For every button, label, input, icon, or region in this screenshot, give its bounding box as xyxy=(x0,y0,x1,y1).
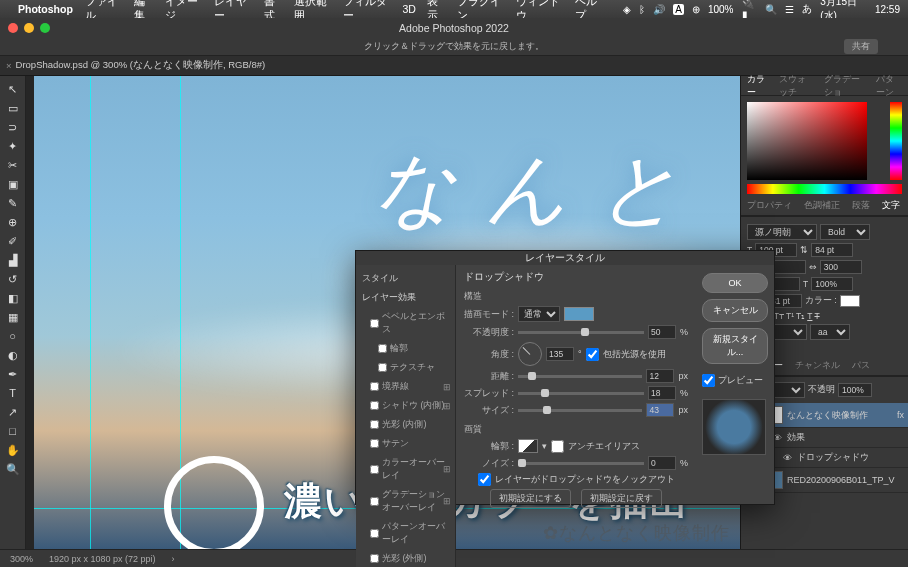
marquee-tool-icon[interactable]: ▭ xyxy=(3,99,23,117)
new-style-button[interactable]: 新規スタイル... xyxy=(702,328,768,364)
move-tool-icon[interactable]: ↖ xyxy=(3,80,23,98)
hue-strip-bottom[interactable] xyxy=(747,184,902,194)
plus-icon[interactable]: ⊞ xyxy=(443,496,451,506)
text-color-swatch[interactable] xyxy=(840,295,860,307)
smallcaps-button[interactable]: Tᴛ xyxy=(774,311,784,321)
effect-境界線[interactable]: 境界線⊞ xyxy=(356,377,455,396)
close-window-icon[interactable] xyxy=(8,23,18,33)
guide-vertical[interactable] xyxy=(90,76,91,549)
effect-checkbox[interactable] xyxy=(370,382,379,391)
path-tool-icon[interactable]: ↗ xyxy=(3,403,23,421)
subscript-button[interactable]: T₁ xyxy=(796,311,805,321)
reset-default-button[interactable]: 初期設定に戻す xyxy=(581,489,662,508)
distance-input[interactable] xyxy=(646,369,674,383)
global-light-checkbox[interactable] xyxy=(586,348,599,361)
maximize-window-icon[interactable] xyxy=(40,23,50,33)
effect-シャドウ (内側)[interactable]: シャドウ (内側)⊞ xyxy=(356,396,455,415)
effect-サテン[interactable]: サテン xyxy=(356,434,455,453)
shape-tool-icon[interactable]: □ xyxy=(3,422,23,440)
ok-button[interactable]: OK xyxy=(702,273,768,293)
wand-tool-icon[interactable]: ✦ xyxy=(3,137,23,155)
control-center-icon[interactable]: ☰ xyxy=(785,4,794,15)
aa-select[interactable]: aa xyxy=(810,324,850,340)
underline-button[interactable]: T xyxy=(807,311,812,321)
lasso-tool-icon[interactable]: ⊃ xyxy=(3,118,23,136)
tab-close-icon[interactable]: × xyxy=(6,60,12,71)
size-input[interactable] xyxy=(646,403,674,417)
eraser-tool-icon[interactable]: ◧ xyxy=(3,289,23,307)
battery-icon[interactable]: 🔌▮ xyxy=(742,0,758,20)
effect-checkbox[interactable] xyxy=(378,344,387,353)
effect-光彩 (内側)[interactable]: 光彩 (内側) xyxy=(356,415,455,434)
ime-lang[interactable]: あ xyxy=(802,2,812,16)
tab-paragraph[interactable]: 段落 xyxy=(846,199,876,212)
status-icon[interactable]: ◈ xyxy=(623,4,631,15)
make-default-button[interactable]: 初期設定にする xyxy=(490,489,571,508)
effect-パターンオーバーレイ[interactable]: パターンオーバーレイ xyxy=(356,517,455,549)
opacity-input[interactable] xyxy=(648,325,676,339)
type-tool-icon[interactable]: T xyxy=(3,384,23,402)
noise-slider[interactable] xyxy=(518,462,644,465)
minimize-window-icon[interactable] xyxy=(24,23,34,33)
share-button[interactable]: 共有 xyxy=(844,39,878,54)
dodge-tool-icon[interactable]: ◐ xyxy=(3,346,23,364)
effect-checkbox[interactable] xyxy=(370,439,379,448)
noise-input[interactable] xyxy=(648,456,676,470)
plus-icon[interactable]: ⊞ xyxy=(443,464,451,474)
effect-checkbox[interactable] xyxy=(370,420,379,429)
hue-strip[interactable] xyxy=(890,102,902,180)
visibility-icon[interactable]: 👁 xyxy=(781,453,793,463)
tab-character[interactable]: 文字 xyxy=(876,199,906,212)
effect-checkbox[interactable] xyxy=(370,529,379,538)
superscript-button[interactable]: T¹ xyxy=(786,311,794,321)
effect-輪郭[interactable]: 輪郭 xyxy=(356,339,455,358)
document-tab[interactable]: DropShadow.psd @ 300% (なんとなく映像制作, RGB/8#… xyxy=(16,59,266,72)
color-field[interactable] xyxy=(747,102,867,180)
traffic-lights[interactable] xyxy=(8,23,50,33)
shadow-color-swatch[interactable] xyxy=(564,307,594,321)
tab-paths[interactable]: パス xyxy=(846,359,876,372)
spread-slider[interactable] xyxy=(518,392,644,395)
pen-tool-icon[interactable]: ✒ xyxy=(3,365,23,383)
effect-光彩 (外側)[interactable]: 光彩 (外側) xyxy=(356,549,455,567)
menu-3d[interactable]: 3D xyxy=(402,3,415,15)
knockout-checkbox[interactable] xyxy=(478,473,491,486)
hscale-input[interactable] xyxy=(811,277,853,291)
menubar-time[interactable]: 12:59 xyxy=(875,4,900,15)
effect-checkbox[interactable] xyxy=(378,363,387,372)
zoom-tool-icon[interactable]: 🔍 xyxy=(3,460,23,478)
healing-tool-icon[interactable]: ⊕ xyxy=(3,213,23,231)
strike-button[interactable]: T xyxy=(814,311,819,321)
font-weight-select[interactable]: Bold xyxy=(820,224,870,240)
ime-icon[interactable]: A xyxy=(673,4,684,15)
volume-icon[interactable]: 🔊 xyxy=(653,4,665,15)
search-icon[interactable]: 🔍 xyxy=(765,4,777,15)
blur-tool-icon[interactable]: ○ xyxy=(3,327,23,345)
history-brush-icon[interactable]: ↺ xyxy=(3,270,23,288)
tab-swatches[interactable]: スウォッチ xyxy=(773,73,818,99)
opacity-slider[interactable] xyxy=(518,331,644,334)
leading-input[interactable] xyxy=(811,243,853,257)
app-name[interactable]: Photoshop xyxy=(18,3,73,15)
layer-fx-header[interactable]: レイヤー効果 xyxy=(356,288,455,307)
spread-input[interactable] xyxy=(648,386,676,400)
effect-checkbox[interactable] xyxy=(370,465,379,474)
bluetooth-icon[interactable]: ᛒ xyxy=(639,4,645,15)
contour-picker[interactable] xyxy=(518,439,538,453)
fx-badge[interactable]: fx xyxy=(897,410,904,420)
font-family-select[interactable]: 源ノ明朝 xyxy=(747,224,817,240)
tracking-input[interactable] xyxy=(820,260,862,274)
plus-icon[interactable]: ⊞ xyxy=(443,401,451,411)
blend-mode-select[interactable]: 通常 xyxy=(518,306,560,322)
tab-adjustments[interactable]: 色調補正 xyxy=(798,199,846,212)
gradient-tool-icon[interactable]: ▦ xyxy=(3,308,23,326)
zoom-level[interactable]: 300% xyxy=(10,554,33,564)
antialias-checkbox[interactable] xyxy=(551,440,564,453)
effect-テクスチャ[interactable]: テクスチャ xyxy=(356,358,455,377)
effect-checkbox[interactable] xyxy=(370,554,379,563)
cancel-button[interactable]: キャンセル xyxy=(702,299,768,322)
chevron-icon[interactable]: › xyxy=(172,554,175,564)
crop-tool-icon[interactable]: ✂ xyxy=(3,156,23,174)
angle-input[interactable] xyxy=(546,347,574,361)
size-slider[interactable] xyxy=(518,409,642,412)
